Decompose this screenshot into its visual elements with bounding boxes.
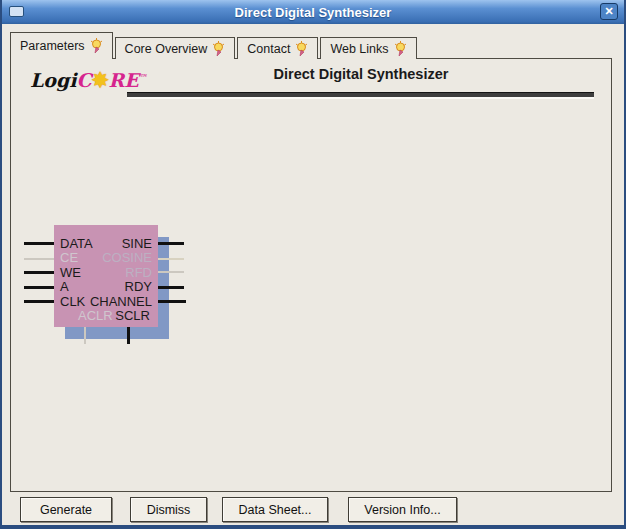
window-title: Direct Digital Synthesizer [0, 5, 626, 20]
pin-sine: SINE [92, 237, 152, 251]
pin-cosine: COSINE [92, 251, 152, 265]
pin-stub-rfd [158, 271, 184, 273]
dialog-window: Direct Digital Synthesizer ✕ Parameters … [0, 0, 626, 529]
help-bulb-icon [394, 41, 407, 57]
pin-stub-sclr [127, 327, 130, 344]
pin-data: DATA [60, 237, 93, 251]
data-sheet-button[interactable]: Data Sheet... [222, 497, 328, 522]
logo-text: Logi [30, 69, 77, 91]
tab-web-links[interactable]: Web Links [320, 37, 416, 59]
version-info-button[interactable]: Version Info... [348, 497, 457, 522]
window-menu-icon[interactable] [9, 6, 24, 17]
tab-parameters[interactable]: Parameters [10, 32, 113, 59]
title-bar: Direct Digital Synthesizer ✕ [0, 0, 626, 24]
pin-channel: CHANNEL [86, 295, 152, 309]
tab-core-overview[interactable]: Core Overview [115, 37, 236, 59]
help-bulb-icon [212, 41, 225, 57]
pin-a: A [60, 280, 69, 294]
close-icon[interactable]: ✕ [600, 3, 618, 20]
pin-clk: CLK [60, 295, 85, 309]
pin-stub-rdy [158, 286, 184, 289]
tab-bar: Parameters Core Overview Contact [10, 32, 419, 59]
pin-stub-a [24, 286, 54, 289]
page-title: Direct Digital Synthesizer [127, 66, 595, 82]
heading-divider [127, 92, 594, 99]
tab-core-overview-label: Core Overview [125, 42, 208, 56]
pin-stub-cosine [158, 258, 184, 260]
pin-ce: CE [60, 251, 78, 265]
pin-rfd: RFD [92, 266, 152, 280]
tab-contact-label: Contact [247, 42, 290, 56]
generate-button[interactable]: Generate [20, 497, 112, 522]
pin-stub-ce [24, 258, 54, 260]
pin-we: WE [60, 266, 81, 280]
pin-stub-clk [24, 300, 54, 303]
pin-stub-aclr [84, 327, 86, 344]
pin-sclr: SCLR [92, 309, 150, 323]
pin-stub-channel [158, 300, 186, 303]
dismiss-button[interactable]: Dismiss [130, 497, 207, 522]
pin-stub-data [24, 242, 54, 245]
help-bulb-icon [295, 41, 308, 57]
pin-stub-we [24, 271, 54, 274]
pin-stub-sine [158, 242, 184, 245]
tab-web-links-label: Web Links [330, 42, 388, 56]
tab-parameters-label: Parameters [20, 39, 85, 53]
logo-star-icon: ✸ [92, 68, 109, 92]
help-bulb-icon [90, 38, 103, 54]
tab-contact[interactable]: Contact [237, 37, 318, 59]
pin-rdy: RDY [92, 280, 152, 294]
